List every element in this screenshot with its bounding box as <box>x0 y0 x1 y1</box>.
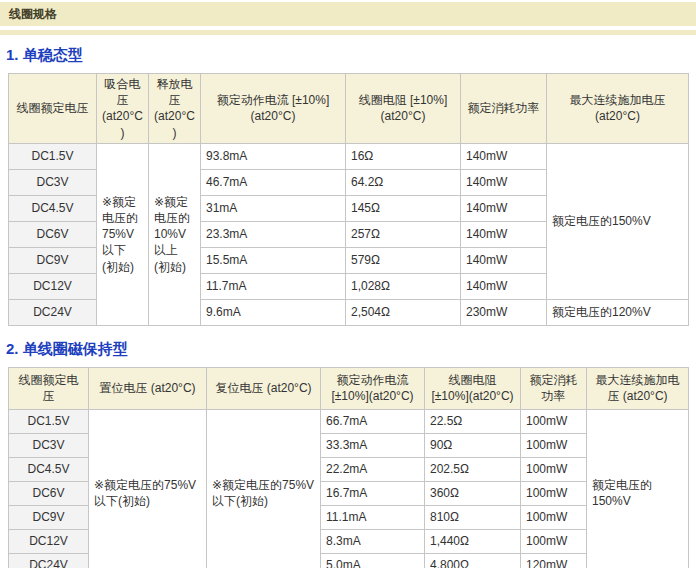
cell-set-note: ※额定电压的75%V以下(初始) <box>89 409 207 568</box>
cell-resistance: 579Ω <box>346 247 461 273</box>
monostable-spec-table: 线圈额定电压 吸合电压 (at20°C) 释放电压 (at20°C) 额定动作电… <box>8 73 689 326</box>
cell-voltage: DC12V <box>9 273 97 299</box>
cell-resistance: 2,504Ω <box>346 299 461 325</box>
col-header-rated-current: 额定动作电流 [±10%](at20°C) <box>321 367 425 409</box>
cell-power: 100mW <box>521 409 587 433</box>
cell-voltage: DC9V <box>9 505 89 529</box>
cell-resistance: 145Ω <box>346 195 461 221</box>
cell-voltage: DC3V <box>9 433 89 457</box>
cell-power: 100mW <box>521 457 587 481</box>
cell-power: 120mW <box>521 553 587 568</box>
cell-current: 93.8mA <box>201 143 346 169</box>
cell-release-note: ※额定电压的10%V以上 (初始) <box>149 143 201 325</box>
cell-max-voltage-150: 额定电压的150%V <box>587 409 689 568</box>
cell-current: 15.5mA <box>201 247 346 273</box>
cell-current: 33.3mA <box>321 433 425 457</box>
cell-voltage: DC1.5V <box>9 409 89 433</box>
cell-voltage: DC9V <box>9 247 97 273</box>
col-header-max-voltage: 最大连续施加电压 (at20°C) <box>547 74 689 144</box>
table1-header-row: 线圈额定电压 吸合电压 (at20°C) 释放电压 (at20°C) 额定动作电… <box>9 74 689 144</box>
cell-voltage: DC4.5V <box>9 195 97 221</box>
cell-resistance: 810Ω <box>425 505 521 529</box>
cell-resistance: 64.2Ω <box>346 169 461 195</box>
cell-power: 100mW <box>521 481 587 505</box>
col-header-set-voltage: 置位电压 (at20°C) <box>89 367 207 409</box>
cell-current: 22.2mA <box>321 457 425 481</box>
cell-current: 31mA <box>201 195 346 221</box>
cell-power: 100mW <box>521 529 587 553</box>
cell-resistance: 202.5Ω <box>425 457 521 481</box>
cell-voltage: DC1.5V <box>9 143 97 169</box>
cell-max-voltage-120: 额定电压的120%V <box>547 299 689 325</box>
col-header-coil-rated-voltage: 线圈额定电压 <box>9 367 89 409</box>
cell-current: 5.0mA <box>321 553 425 568</box>
cell-voltage: DC24V <box>9 299 97 325</box>
col-header-rated-power: 额定消耗功率 <box>521 367 587 409</box>
section-header-bar: 线圈规格 <box>0 2 696 26</box>
cell-pickup-note: ※额定电压的75%V以下 (初始) <box>97 143 149 325</box>
cell-power: 140mW <box>461 143 547 169</box>
cell-voltage: DC12V <box>9 529 89 553</box>
table-row: DC1.5V ※额定电压的75%V以下 (初始) ※额定电压的10%V以上 (初… <box>9 143 689 169</box>
table-row: DC1.5V ※额定电压的75%V以下(初始) ※额定电压的75%V以下(初始)… <box>9 409 689 433</box>
cell-current: 8.3mA <box>321 529 425 553</box>
cell-resistance: 360Ω <box>425 481 521 505</box>
table2-header-row: 线圈额定电压 置位电压 (at20°C) 复位电压 (at20°C) 额定动作电… <box>9 367 689 409</box>
cell-resistance: 16Ω <box>346 143 461 169</box>
cell-power: 140mW <box>461 195 547 221</box>
cell-resistance: 1,440Ω <box>425 529 521 553</box>
cell-voltage: DC4.5V <box>9 457 89 481</box>
cell-power: 140mW <box>461 221 547 247</box>
cell-voltage: DC6V <box>9 481 89 505</box>
col-header-coil-rated-voltage: 线圈额定电压 <box>9 74 97 144</box>
col-header-pickup-voltage: 吸合电压 (at20°C) <box>97 74 149 144</box>
cell-max-voltage-150: 额定电压的150%V <box>547 143 689 299</box>
cell-power: 230mW <box>461 299 547 325</box>
cell-resistance: 1,028Ω <box>346 273 461 299</box>
latching-spec-table: 线圈额定电压 置位电压 (at20°C) 复位电压 (at20°C) 额定动作电… <box>8 367 689 568</box>
cell-current: 16.7mA <box>321 481 425 505</box>
accent-divider <box>0 30 696 35</box>
cell-power: 100mW <box>521 505 587 529</box>
table1-title: 1. 单稳态型 <box>6 46 696 65</box>
col-header-reset-voltage: 复位电压 (at20°C) <box>207 367 321 409</box>
cell-power: 140mW <box>461 247 547 273</box>
col-header-release-voltage: 释放电压 (at20°C) <box>149 74 201 144</box>
col-header-coil-resistance: 线圈电阻 [±10%](at20°C) <box>425 367 521 409</box>
cell-voltage: DC6V <box>9 221 97 247</box>
cell-voltage: DC24V <box>9 553 89 568</box>
cell-power: 140mW <box>461 169 547 195</box>
cell-resistance: 4,800Ω <box>425 553 521 568</box>
section-header-title: 线圈规格 <box>9 7 57 21</box>
col-header-rated-current: 额定动作电流 [±10%] (at20°C) <box>201 74 346 144</box>
cell-current: 11.7mA <box>201 273 346 299</box>
cell-voltage: DC3V <box>9 169 97 195</box>
cell-reset-note: ※额定电压的75%V以下(初始) <box>207 409 321 568</box>
cell-power: 100mW <box>521 433 587 457</box>
cell-current: 11.1mA <box>321 505 425 529</box>
cell-power: 140mW <box>461 273 547 299</box>
cell-resistance: 257Ω <box>346 221 461 247</box>
col-header-max-voltage: 最大连续施加电压 (at20°C) <box>587 367 689 409</box>
cell-resistance: 22.5Ω <box>425 409 521 433</box>
col-header-coil-resistance: 线圈电阻 [±10%] (at20°C) <box>346 74 461 144</box>
table2-title: 2. 单线圈磁保持型 <box>6 340 696 359</box>
cell-current: 46.7mA <box>201 169 346 195</box>
cell-resistance: 90Ω <box>425 433 521 457</box>
col-header-rated-power: 额定消耗功率 <box>461 74 547 144</box>
cell-current: 66.7mA <box>321 409 425 433</box>
cell-current: 23.3mA <box>201 221 346 247</box>
cell-current: 9.6mA <box>201 299 346 325</box>
coil-spec-page: 线圈规格 1. 单稳态型 线圈额定电压 吸合电压 (at20°C) 释放电压 (… <box>0 0 696 568</box>
